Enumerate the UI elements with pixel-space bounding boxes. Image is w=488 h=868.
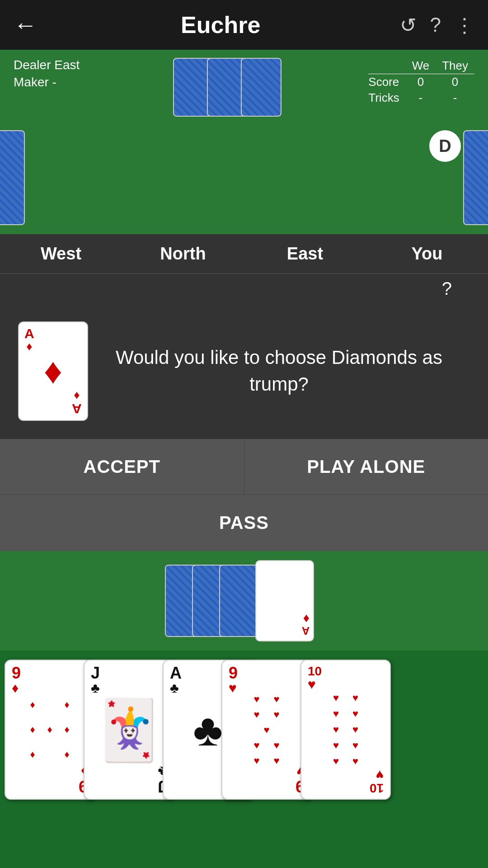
pip-grid: ♦ ♦ ♦ ♦ ♦ ♦ ♦	[25, 693, 75, 766]
info-bar: Dealer East Maker - We They Score 0	[0, 50, 488, 121]
score-area: We They Score 0 0 Tricks - -	[368, 58, 474, 106]
card-suit-bottom: ♦	[74, 390, 80, 402]
lower-deck-card-3	[219, 565, 260, 637]
card-bottom-corner: A ♦	[72, 390, 82, 415]
card-9-hearts[interactable]: 9 ♥ ♥ ♥ ♥ ♥ ♥ ♥ ♥ ♥ ♥ 9 ♥	[221, 660, 312, 800]
east-label: East	[244, 234, 366, 274]
you-indicator: ?	[442, 278, 452, 299]
maker-label: Maker -	[14, 75, 80, 90]
lower-face-card: ♦ A	[255, 560, 314, 642]
deck-card-3	[241, 58, 282, 117]
dialog-question: Would you like to choose Diamonds as tru…	[88, 344, 470, 398]
tricks-label: Tricks	[368, 90, 405, 106]
jack-face: 🃏	[92, 700, 165, 759]
hand-area: 9 ♦ ♦ ♦ ♦ ♦ ♦ ♦ ♦ 9 ♦ J	[0, 651, 488, 831]
undo-icon[interactable]: ↺	[400, 14, 417, 37]
play-alone-button[interactable]: PLAY ALONE	[244, 439, 488, 494]
score-table: We They Score 0 0 Tricks - -	[368, 58, 474, 106]
east-cards	[463, 130, 488, 225]
lower-game-area: ♦ A	[0, 551, 488, 651]
score-they: 0	[436, 74, 474, 90]
dealer-info: Dealer East Maker -	[14, 58, 80, 90]
card-suit-top: ♦	[26, 340, 32, 352]
card-top-corner: A ♦	[24, 327, 34, 352]
you-indicator-row: ?	[0, 274, 488, 303]
card-center-suit: ♦	[44, 350, 62, 392]
card-tl: J ♣	[91, 665, 100, 695]
we-header: We	[406, 58, 436, 74]
card-br: 10 ♥	[370, 768, 384, 794]
game-area-top: D	[0, 121, 488, 234]
card-10-hearts[interactable]: 10 ♥ ♥ ♥ ♥ ♥ ♥ ♥ ♥ ♥ ♥ ♥ 10 ♥	[300, 660, 391, 800]
score-label: Score	[368, 74, 405, 90]
dialog-body: A ♦ ♦ A ♦ Would you like to choose Diamo…	[0, 303, 488, 439]
trump-card: A ♦ ♦ A ♦	[18, 321, 88, 421]
west-label: West	[0, 234, 122, 274]
they-header: They	[436, 58, 474, 74]
pass-button[interactable]: PASS	[0, 494, 488, 551]
dialog-header: West North East You	[0, 234, 488, 274]
card-tl: 9 ♦	[12, 665, 21, 695]
west-cards	[0, 130, 25, 225]
top-bar-actions: ↺ ? ⋮	[400, 14, 474, 37]
card-tl: A ♣	[170, 665, 182, 695]
dealer-badge: D	[429, 130, 461, 162]
dialog-action-buttons: ACCEPT PLAY ALONE	[0, 439, 488, 494]
ten-heart-pips: ♥ ♥ ♥ ♥ ♥ ♥ ♥ ♥ ♥ ♥	[328, 691, 364, 768]
card-jack-clubs[interactable]: J ♣ 🃏 J ♣	[84, 660, 174, 800]
back-button[interactable]: ←	[14, 11, 37, 38]
top-bar: ← Euchre ↺ ? ⋮	[0, 0, 488, 50]
help-icon[interactable]: ?	[430, 14, 441, 36]
card-tl: 9 ♥	[229, 665, 238, 695]
card-9-diamonds[interactable]: 9 ♦ ♦ ♦ ♦ ♦ ♦ ♦ ♦ 9 ♦	[5, 660, 95, 800]
dealer-label: Dealer East	[14, 58, 80, 72]
you-label: You	[366, 234, 488, 274]
north-label: North	[122, 234, 244, 274]
tricks-we: -	[406, 90, 436, 106]
hand-cards-container: 9 ♦ ♦ ♦ ♦ ♦ ♦ ♦ ♦ 9 ♦ J	[0, 660, 488, 822]
ace-center: ♣	[193, 704, 223, 756]
menu-icon[interactable]: ⋮	[455, 14, 474, 37]
card-rank-top: A	[24, 327, 34, 340]
deck-area	[80, 58, 368, 117]
tricks-they: -	[436, 90, 474, 106]
trump-dialog: West North East You ? A ♦ ♦ A ♦ Would yo…	[0, 234, 488, 551]
score-we: 0	[406, 74, 436, 90]
accept-button[interactable]: ACCEPT	[0, 439, 244, 494]
card-rank-bottom: A	[72, 402, 82, 415]
heart-pips: ♥ ♥ ♥ ♥ ♥ ♥ ♥ ♥ ♥	[249, 693, 285, 766]
app-title: Euchre	[51, 11, 391, 38]
top-deck	[173, 58, 275, 117]
card-tl: 10 ♥	[308, 665, 322, 691]
